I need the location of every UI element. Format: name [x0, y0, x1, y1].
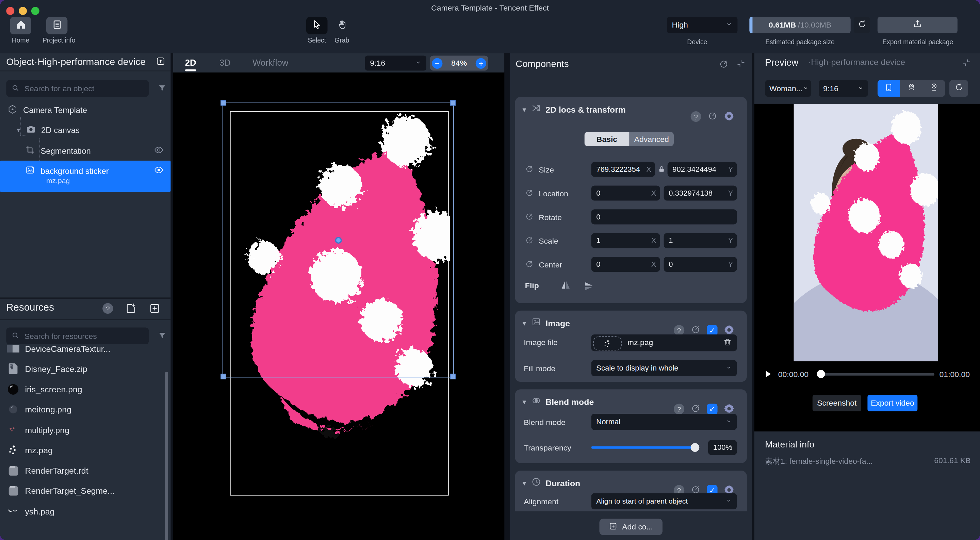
transparency-slider[interactable] [592, 446, 699, 448]
help-icon[interactable]: ? [674, 404, 684, 414]
enabled-checkbox[interactable]: ✓ [707, 404, 717, 414]
lock-ratio-icon[interactable] [657, 164, 666, 176]
center-y-field[interactable]: Y [664, 257, 737, 272]
scale-y-field[interactable]: Y [664, 233, 737, 248]
selection-handle-nw[interactable] [221, 100, 226, 106]
zoom-in-button[interactable]: + [476, 58, 486, 68]
trash-icon[interactable] [723, 338, 732, 349]
location-y-input[interactable] [669, 186, 727, 201]
resources-search-input[interactable] [23, 331, 143, 341]
blend-mode-select[interactable]: Normal [592, 414, 737, 430]
image-file-field[interactable]: mz.pag [592, 335, 737, 352]
transparency-value-field[interactable]: 100% [708, 440, 737, 455]
reset-field-icon[interactable] [525, 236, 534, 246]
add-component-button[interactable]: Add co... [599, 519, 662, 535]
size-x-input[interactable] [596, 162, 645, 177]
camera-source-button[interactable] [900, 80, 923, 97]
home-button[interactable]: Home [10, 17, 31, 44]
resource-item[interactable]: RenderTarget.rdt [0, 461, 170, 481]
aspect-ratio-select[interactable]: 9:16 [365, 56, 426, 70]
resource-item[interactable]: iris_screen.png [0, 379, 170, 400]
scale-y-input[interactable] [669, 233, 727, 248]
popout-panel-icon[interactable] [156, 56, 165, 69]
device-select[interactable]: High [667, 17, 738, 33]
project-info-button[interactable]: Project info [43, 17, 71, 44]
collapse-panel-icon[interactable] [962, 58, 972, 70]
expand-arrow-icon[interactable]: ▼ [16, 127, 21, 133]
object-filter-icon[interactable] [158, 84, 167, 96]
size-y-input[interactable] [672, 162, 727, 177]
select-tool[interactable]: Select [306, 17, 327, 44]
reset-field-icon[interactable] [525, 259, 534, 270]
fill-mode-select[interactable]: Scale to display in whole [592, 360, 737, 376]
reset-field-icon[interactable] [525, 164, 534, 175]
object-search[interactable] [6, 80, 149, 97]
import-resource-icon[interactable] [125, 303, 137, 317]
tab-workflow[interactable]: Workflow [253, 53, 288, 72]
location-x-input[interactable] [596, 186, 650, 201]
resources-help-icon[interactable]: ? [102, 303, 113, 314]
tab-basic[interactable]: Basic [584, 132, 629, 146]
preview-model-select[interactable]: Woman... [765, 80, 811, 97]
resource-item[interactable]: ysh.pag [0, 501, 170, 521]
tab-advanced[interactable]: Advanced [630, 132, 674, 146]
canvas-viewport[interactable] [173, 72, 504, 540]
tree-item-2d-canvas[interactable]: ▼ 2D canvas [0, 122, 170, 138]
tree-item-camera-template[interactable]: Camera Template [0, 102, 170, 118]
resource-item[interactable]: DeviceCameraTextur... [0, 345, 170, 358]
timeline-handle[interactable] [817, 370, 825, 378]
selection-handle-sw[interactable] [221, 374, 226, 379]
scale-x-input[interactable] [596, 233, 650, 248]
center-x-input[interactable] [596, 257, 650, 272]
tree-item-background-sticker[interactable]: background sticker mz.pag [0, 161, 170, 192]
collapse-arrow-icon[interactable]: ▼ [521, 480, 527, 487]
flip-horizontal-icon[interactable] [560, 279, 571, 293]
tab-3d[interactable]: 3D [220, 53, 231, 72]
resources-filter-icon[interactable] [158, 331, 167, 343]
phone-source-button[interactable] [878, 80, 900, 97]
preview-refresh-button[interactable] [950, 80, 968, 97]
collapse-arrow-icon[interactable]: ▼ [521, 320, 527, 326]
location-y-field[interactable]: Y [664, 186, 737, 201]
reset-all-icon[interactable] [719, 59, 729, 72]
zoom-out-button[interactable]: − [432, 58, 442, 68]
alignment-select[interactable]: Align to start of parent object [592, 493, 737, 510]
resource-item[interactable]: mz.pag [0, 440, 170, 460]
reset-icon[interactable] [708, 110, 717, 123]
grab-tool[interactable]: Grab [331, 17, 352, 44]
resource-item[interactable]: Disney_Face.zip [0, 358, 170, 379]
location-x-field[interactable]: X [592, 186, 660, 201]
add-resource-icon[interactable] [149, 303, 161, 317]
object-search-input[interactable] [23, 83, 143, 93]
camera2-source-button[interactable] [923, 80, 945, 97]
timeline-slider[interactable] [820, 373, 934, 376]
preview-aspect-select[interactable]: 9:16 [819, 80, 868, 97]
sticker-anchor-point[interactable] [335, 237, 342, 244]
export-package-button[interactable] [878, 17, 958, 33]
help-icon[interactable]: ? [691, 111, 701, 122]
size-y-field[interactable]: Y [668, 162, 737, 177]
center-y-input[interactable] [669, 257, 727, 272]
screenshot-button[interactable]: Screenshot [813, 395, 861, 411]
collapse-arrow-icon[interactable]: ▼ [521, 398, 527, 405]
resource-item[interactable]: RenderTarget_Segme... [0, 481, 170, 500]
scale-x-field[interactable]: X [592, 233, 660, 248]
enabled-checkbox[interactable]: ✓ [707, 325, 717, 336]
rotate-input[interactable] [596, 209, 727, 224]
transparency-slider-handle[interactable] [691, 443, 700, 452]
visibility-eye-icon[interactable] [154, 165, 164, 177]
play-button[interactable] [763, 370, 773, 381]
resources-scrollbar[interactable] [165, 372, 168, 540]
tree-item-segmentation[interactable]: Segmentation [0, 143, 170, 159]
selection-handle-se[interactable] [450, 374, 456, 379]
visibility-eye-icon[interactable] [154, 145, 164, 156]
center-x-field[interactable]: X [592, 257, 660, 272]
collapse-arrow-icon[interactable]: ▼ [521, 106, 527, 113]
size-x-field[interactable]: X [592, 162, 655, 177]
resource-item[interactable]: meitong.png [0, 400, 170, 419]
resources-search[interactable] [6, 327, 149, 344]
rotate-field[interactable] [592, 209, 737, 224]
export-video-button[interactable]: Export video [867, 395, 917, 411]
refresh-package-button[interactable] [854, 17, 870, 33]
flip-vertical-icon[interactable] [581, 281, 594, 292]
